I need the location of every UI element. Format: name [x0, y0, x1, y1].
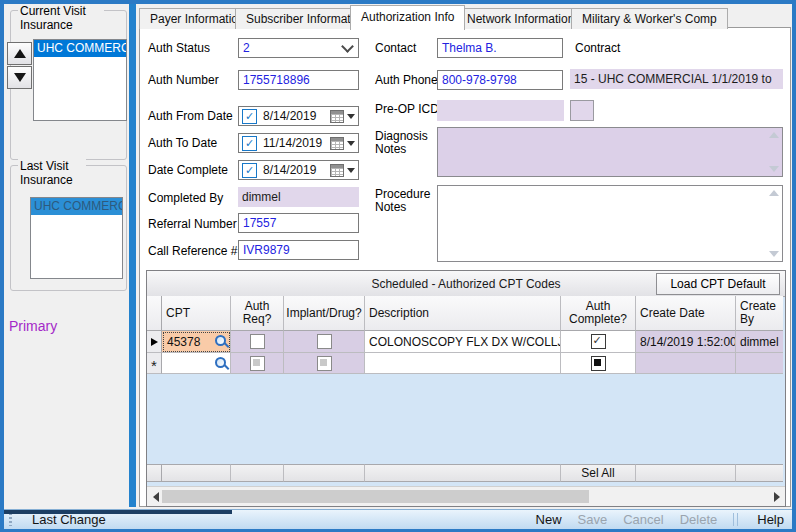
- tab-military-workers-comp[interactable]: Military & Worker's Comp: [571, 8, 728, 29]
- caret-down-icon[interactable]: [347, 168, 355, 173]
- unchecked-checkbox-icon[interactable]: [250, 334, 265, 349]
- auth-to-date-value: 11/14/2019: [263, 136, 322, 150]
- new-button[interactable]: New: [536, 512, 562, 527]
- column-header-create-date[interactable]: Create Date: [636, 296, 736, 331]
- tab-authorization-info[interactable]: Authorization Info: [350, 5, 465, 30]
- description-cell[interactable]: COLONOSCOPY FLX DX W/COLLJ SP: [365, 331, 561, 353]
- footer-cell: [147, 464, 162, 482]
- list-item[interactable]: UHC COMMERCIAL: [34, 40, 126, 57]
- caret-down-icon[interactable]: [347, 141, 355, 146]
- scroll-up-icon[interactable]: [769, 132, 779, 138]
- scrollbar-thumb[interactable]: [162, 490, 589, 503]
- auth-from-date-picker[interactable]: 8/14/2019: [238, 106, 359, 126]
- auth-status-label: Auth Status: [148, 42, 210, 55]
- auth-from-date-value: 8/14/2019: [263, 109, 316, 123]
- auth-req-cell-new[interactable]: [231, 353, 284, 374]
- row-selector-current[interactable]: [147, 331, 162, 353]
- description-cell-new[interactable]: [365, 353, 561, 374]
- auth-number-input[interactable]: 1755718896: [238, 70, 359, 90]
- panel-bottom-edge: [4, 510, 232, 514]
- grid-horizontal-scrollbar[interactable]: [147, 486, 785, 506]
- referral-number-input[interactable]: 17557: [238, 213, 359, 233]
- help-button[interactable]: Help: [757, 512, 784, 527]
- disabled-checkbox-icon: [317, 356, 332, 371]
- call-reference-input[interactable]: IVR9879: [238, 240, 359, 260]
- column-header-implant-drug[interactable]: Implant/Drug?: [284, 296, 365, 331]
- calendar-icon[interactable]: [330, 164, 344, 177]
- pre-op-icd-label: Pre-OP ICD: [375, 103, 439, 116]
- current-row-arrow-icon: [151, 338, 158, 346]
- scroll-down-icon[interactable]: [769, 166, 779, 172]
- scroll-right-button[interactable]: [768, 487, 785, 506]
- toolbar-grip-icon[interactable]: [9, 513, 12, 526]
- load-cpt-default-button[interactable]: Load CPT Default: [656, 273, 780, 295]
- indeterminate-checkbox-icon[interactable]: [591, 356, 606, 371]
- column-header-auth-req[interactable]: Auth Req?: [231, 296, 284, 331]
- tab-network-information[interactable]: Network Information: [456, 8, 585, 29]
- scroll-up-icon[interactable]: [769, 190, 779, 196]
- save-button[interactable]: Save: [578, 512, 608, 527]
- button-label: Load CPT Default: [670, 277, 765, 291]
- column-header-auth-complete[interactable]: Auth Complete?: [561, 296, 636, 331]
- chevron-down-icon[interactable]: [341, 40, 354, 53]
- row-selector-new[interactable]: *: [147, 353, 162, 374]
- footer-cell: [636, 464, 736, 482]
- tab-label: Payer Information: [150, 12, 245, 26]
- checked-checkbox-icon[interactable]: [591, 334, 606, 349]
- implant-drug-cell-new[interactable]: [284, 353, 365, 374]
- new-row-star-icon: *: [151, 362, 157, 370]
- list-item[interactable]: UHC COMMERCIAL: [31, 198, 122, 215]
- current-visit-insurance-label: Current Visit Insurance: [18, 4, 104, 32]
- contact-label: Contact: [375, 42, 416, 55]
- calendar-icon[interactable]: [330, 137, 344, 150]
- last-change-label: Last Change: [32, 512, 106, 527]
- completed-by-field: dimmel: [238, 187, 359, 207]
- procedure-notes-textarea[interactable]: [437, 185, 783, 262]
- auth-to-date-picker[interactable]: 11/14/2019: [238, 133, 359, 153]
- cancel-button[interactable]: Cancel: [623, 512, 663, 527]
- cpt-search-icon[interactable]: [214, 356, 229, 371]
- column-header-cpt[interactable]: CPT: [162, 296, 231, 331]
- sel-all-label: Sel All: [581, 466, 614, 480]
- date-complete-picker[interactable]: 8/14/2019: [238, 160, 359, 180]
- column-header-selector: [147, 296, 162, 331]
- calendar-icon[interactable]: [330, 110, 344, 123]
- calendar-dropdown: [330, 110, 358, 123]
- calendar-dropdown: [330, 164, 358, 177]
- description-value: COLONOSCOPY FLX DX W/COLLJ SP: [369, 335, 561, 349]
- contact-input[interactable]: Thelma B.: [437, 38, 563, 58]
- auth-req-cell[interactable]: [231, 331, 284, 353]
- auth-status-combobox[interactable]: 2: [238, 38, 359, 58]
- auth-complete-cell[interactable]: [561, 331, 636, 353]
- current-insurance-listbox[interactable]: UHC COMMERCIAL: [33, 39, 127, 121]
- sidebar-splitter[interactable]: [129, 4, 136, 507]
- move-down-button[interactable]: [7, 66, 32, 89]
- footer-cell: [162, 464, 231, 482]
- move-up-button[interactable]: [7, 42, 32, 65]
- implant-drug-cell[interactable]: [284, 331, 365, 353]
- delete-button[interactable]: Delete: [680, 512, 718, 527]
- insurance-sidebar: Current Visit Insurance UHC COMMERCIAL L…: [4, 4, 129, 507]
- checked-checkbox-icon[interactable]: [242, 136, 257, 151]
- column-header-create-by[interactable]: Create By: [736, 296, 783, 331]
- footer-cell: [365, 464, 561, 482]
- checked-checkbox-icon[interactable]: [242, 109, 257, 124]
- auth-phone-input[interactable]: 800-978-9798: [437, 70, 563, 90]
- auth-complete-cell-new[interactable]: [561, 353, 636, 374]
- cpt-cell[interactable]: 45378: [162, 331, 231, 353]
- auth-status-value: 2: [243, 41, 250, 55]
- tab-label: Authorization Info: [361, 10, 454, 24]
- last-insurance-listbox[interactable]: UHC COMMERCIAL: [30, 197, 123, 279]
- sel-all-cell[interactable]: Sel All: [561, 464, 636, 482]
- column-header-description[interactable]: Description: [365, 296, 561, 331]
- auth-from-date-label: Auth From Date: [148, 110, 233, 123]
- unchecked-checkbox-icon[interactable]: [317, 334, 332, 349]
- diagnosis-notes-textarea[interactable]: [437, 127, 783, 177]
- caret-down-icon[interactable]: [347, 114, 355, 119]
- cpt-search-icon[interactable]: [214, 334, 229, 349]
- up-arrow-icon: [14, 49, 26, 58]
- cpt-codes-grid: Scheduled - Authorized CPT Codes Load CP…: [146, 270, 786, 507]
- checked-checkbox-icon[interactable]: [242, 163, 257, 178]
- cpt-cell-new[interactable]: [162, 353, 231, 374]
- scroll-down-icon[interactable]: [769, 251, 779, 257]
